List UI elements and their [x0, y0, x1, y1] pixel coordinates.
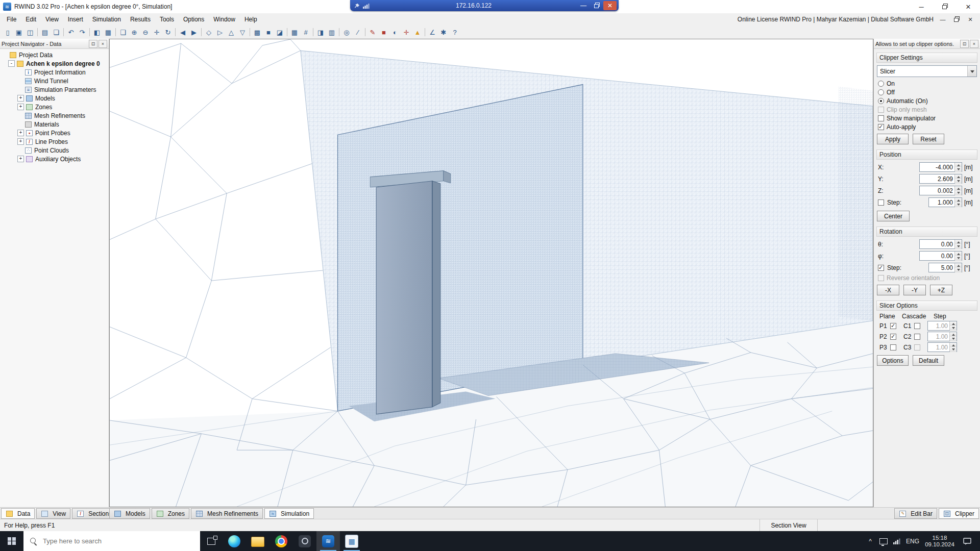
view-y-icon[interactable]: △ [226, 27, 237, 38]
navigator-tab[interactable]: View [36, 508, 70, 519]
tree-expander[interactable] [17, 113, 23, 118]
menu-item[interactable]: Simulation [88, 14, 126, 24]
remote-close-button[interactable]: ✕ [603, 1, 617, 10]
cascade-step-input[interactable]: 1.00 [927, 321, 957, 331]
restore-button[interactable] [933, 0, 957, 13]
tree-item[interactable]: + Auxiliary Objects [0, 155, 109, 163]
tree-item[interactable]: + Line Probes [0, 137, 109, 146]
clipper-close-button[interactable]: × [970, 40, 978, 48]
help-icon[interactable]: ? [449, 27, 460, 38]
spinner-buttons[interactable] [954, 174, 962, 183]
zoom-out-icon[interactable]: ⊖ [140, 27, 151, 38]
tree-expander[interactable] [17, 78, 23, 84]
clip-only-mesh-checkbox[interactable] [878, 107, 884, 113]
panel-tab[interactable]: Clipper [939, 508, 979, 519]
point-probe-icon[interactable]: ◎ [341, 27, 352, 38]
new-file-icon[interactable]: ▯ [2, 27, 13, 38]
isometric-view-icon[interactable]: ◇ [203, 27, 214, 38]
solid-display-icon[interactable]: ■ [263, 27, 274, 38]
menu-item[interactable]: Options [179, 14, 209, 24]
warnings-icon[interactable]: ▲ [412, 27, 423, 38]
tree-expander[interactable] [17, 69, 23, 75]
navigator-toggle-icon[interactable]: ◧ [91, 27, 103, 38]
view-tab[interactable]: Zones [152, 508, 189, 519]
clipper-pin-button[interactable]: ⊡ [960, 40, 969, 48]
task-view-button[interactable] [200, 531, 223, 551]
spinner-buttons[interactable] [954, 252, 962, 260]
tree-expander[interactable] [17, 121, 23, 127]
cascade-checkbox[interactable] [914, 323, 920, 329]
panel-tab[interactable]: Edit Bar [894, 508, 937, 519]
tree-item[interactable]: + Point Probes [0, 129, 109, 137]
close-button[interactable]: ✕ [957, 0, 980, 13]
cascade-checkbox[interactable] [914, 344, 920, 350]
redo-icon[interactable]: ↷ [77, 27, 88, 38]
center-button[interactable]: Center [877, 211, 910, 221]
copy-image-icon[interactable]: ❏ [51, 27, 62, 38]
view-x-icon[interactable]: ▷ [214, 27, 226, 38]
navigator-close-button[interactable]: × [99, 40, 107, 48]
search-input[interactable] [23, 531, 200, 551]
taskbar-chrome-icon[interactable] [270, 531, 293, 551]
minus-x-button[interactable]: -X [877, 285, 899, 295]
rotation-step-checkbox[interactable] [878, 265, 884, 271]
undo-icon[interactable]: ↶ [65, 27, 77, 38]
spinner-buttons[interactable] [954, 186, 962, 195]
reverse-orientation-checkbox[interactable] [878, 275, 884, 281]
on-radio[interactable] [878, 81, 884, 87]
apply-button[interactable]: Apply [877, 134, 909, 144]
x-position-input[interactable]: -4.000 [919, 162, 962, 172]
remote-restore-button[interactable] [590, 1, 603, 10]
plane-checkbox[interactable] [890, 323, 896, 329]
slicer-icon[interactable]: ▥ [326, 27, 337, 38]
open-file-icon[interactable]: ▣ [13, 27, 24, 38]
language-indicator[interactable]: ENG [903, 538, 922, 545]
zoom-window-icon[interactable]: ❑ [117, 27, 129, 38]
taskbar-explorer-icon[interactable] [246, 531, 270, 551]
tree-item[interactable]: Materials [0, 120, 109, 129]
plane-checkbox[interactable] [890, 344, 896, 350]
action-center-button[interactable] [958, 538, 977, 545]
tree-item[interactable]: Mesh Refinements [0, 111, 109, 120]
menu-item[interactable]: Tools [155, 14, 179, 24]
section-display-icon[interactable]: ◪ [274, 27, 285, 38]
measure-icon[interactable]: ∠ [427, 27, 438, 38]
z-position-input[interactable]: 0.002 [919, 186, 962, 195]
minus-y-button[interactable]: -Y [903, 285, 926, 295]
y-position-input[interactable]: 2.609 [919, 174, 962, 184]
tree-item[interactable]: Project Data [0, 51, 109, 59]
tree-item[interactable]: Point Clouds [0, 146, 109, 155]
tray-chevron-icon[interactable]: ^ [864, 531, 877, 551]
menu-item[interactable]: Insert [63, 14, 88, 24]
spinner-buttons[interactable] [949, 321, 957, 330]
tree-expander[interactable] [17, 87, 23, 92]
mdi-restore-button[interactable] [952, 15, 961, 23]
off-radio[interactable] [878, 89, 884, 95]
spinner-buttons[interactable] [954, 240, 962, 248]
tree-expander[interactable]: - [8, 60, 15, 67]
plane-checkbox[interactable] [890, 334, 896, 340]
connection-quality-icon[interactable] [361, 3, 371, 9]
tree-expander[interactable]: + [17, 138, 24, 145]
menu-item[interactable]: View [41, 14, 63, 24]
spinner-buttons[interactable] [954, 263, 962, 272]
view-tab[interactable]: Simulation [264, 508, 314, 519]
view-tab[interactable]: Models [109, 508, 150, 519]
view-tab[interactable]: Mesh Refinements [191, 508, 263, 519]
tray-display-icon[interactable] [877, 531, 890, 551]
results-display-icon[interactable]: ◐ [389, 27, 401, 38]
tree-expander[interactable] [17, 147, 23, 153]
phi-input[interactable]: 0.00 [919, 251, 962, 261]
tree-expander[interactable]: + [17, 130, 24, 136]
taskbar-dlubal-app-icon[interactable] [340, 531, 363, 551]
navigator-tab[interactable]: Data [1, 508, 35, 519]
menu-item[interactable]: Edit [21, 14, 41, 24]
start-button[interactable] [0, 531, 23, 551]
show-mesh-icon[interactable]: ▦ [289, 27, 300, 38]
print-icon[interactable]: ▤ [39, 27, 51, 38]
spinner-buttons[interactable] [954, 198, 962, 207]
view-z-icon[interactable]: ▽ [237, 27, 248, 38]
tree-item[interactable]: - Achen k epsilon degree 0 [0, 59, 109, 68]
cascade-step-input[interactable]: 1.00 [927, 332, 957, 341]
clipper-type-select[interactable]: Slicer [877, 65, 977, 77]
